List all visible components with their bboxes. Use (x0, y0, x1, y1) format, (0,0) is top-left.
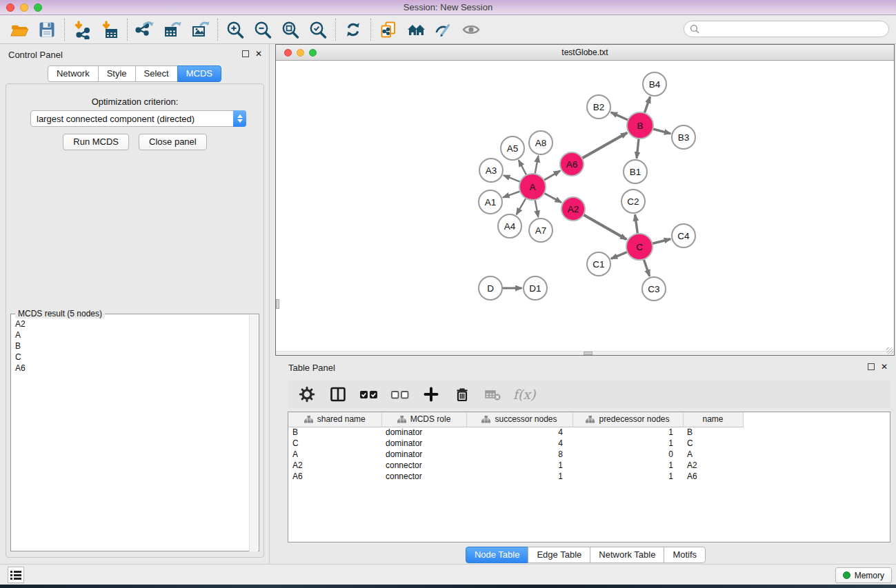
node-A6[interactable]: A6 (560, 152, 584, 176)
float-table-panel-icon[interactable] (868, 363, 875, 370)
table-cell[interactable]: 0 (573, 449, 683, 460)
memory-button[interactable]: Memory (835, 567, 892, 583)
table-tab-node-table[interactable]: Node Table (466, 547, 529, 563)
node-A8[interactable]: A8 (529, 131, 552, 154)
graphics-details-icon[interactable] (430, 17, 457, 42)
node-A1[interactable]: A1 (479, 190, 502, 214)
delete-row-icon[interactable] (452, 384, 472, 405)
zoom-network-button[interactable] (309, 49, 317, 57)
table-cell[interactable]: dominator (381, 438, 466, 449)
minimize-window-button[interactable] (20, 3, 28, 12)
table-cell[interactable]: connector (381, 471, 466, 482)
result-item[interactable]: A (12, 330, 250, 341)
zoom-window-button[interactable] (34, 3, 42, 12)
node-A2[interactable]: A2 (561, 197, 585, 221)
vertical-scroll-handle[interactable] (276, 299, 279, 309)
node-A7[interactable]: A7 (529, 219, 552, 242)
result-item[interactable]: A6 (12, 363, 250, 374)
tab-network[interactable]: Network (48, 65, 99, 82)
zoom-out-icon[interactable] (249, 17, 277, 42)
close-table-panel-icon[interactable]: ✕ (881, 363, 888, 370)
table-cell[interactable]: 4 (466, 438, 573, 449)
node-C2[interactable]: C2 (621, 190, 645, 213)
table-cell[interactable]: A (683, 449, 743, 460)
table-cell[interactable]: 1 (573, 471, 683, 482)
node-C3[interactable]: C3 (642, 277, 666, 301)
import-table-icon[interactable] (96, 17, 123, 42)
network-graph[interactable]: AA1A2A3A4A5A6A7A8BB1B2B3B4CC1C2C3C4DD1 (280, 61, 894, 347)
import-network-icon[interactable] (68, 17, 96, 42)
node-D[interactable]: D (479, 276, 502, 300)
node-A3[interactable]: A3 (479, 159, 503, 182)
result-item[interactable]: A2 (12, 318, 250, 330)
result-item[interactable]: C (12, 352, 250, 363)
table-cell[interactable]: A6 (683, 471, 743, 482)
column-header-name[interactable]: name (683, 412, 743, 427)
table-cell[interactable]: 8 (466, 449, 573, 460)
table-row[interactable]: Cdominator41C (288, 438, 890, 449)
table-cell[interactable]: 1 (466, 460, 573, 471)
result-list-scrollbar[interactable] (249, 315, 258, 551)
node-C[interactable]: C (626, 234, 653, 260)
minimize-network-button[interactable] (297, 49, 304, 57)
node-D1[interactable]: D1 (524, 276, 547, 300)
result-item[interactable]: B (12, 341, 250, 352)
table-cell[interactable]: A (288, 449, 381, 460)
add-row-icon[interactable] (421, 384, 441, 405)
horizontal-scrollbar[interactable] (276, 351, 894, 355)
node-B[interactable]: B (627, 112, 653, 139)
table-cell[interactable]: dominator (381, 449, 466, 460)
export-image-icon[interactable] (186, 17, 214, 42)
node-B3[interactable]: B3 (672, 125, 695, 149)
column-header-predecessor-nodes[interactable]: predecessor nodes (573, 412, 683, 427)
resize-grip[interactable] (886, 347, 893, 354)
node-B4[interactable]: B4 (643, 72, 666, 96)
table-cell[interactable]: 4 (466, 427, 573, 438)
refresh-icon[interactable] (339, 17, 367, 42)
table-cell[interactable]: B (288, 427, 381, 438)
network-window-titlebar[interactable]: testGlobe.txt (276, 45, 894, 61)
table-row[interactable]: Bdominator41B (288, 427, 890, 438)
table-tab-network-table[interactable]: Network Table (590, 547, 664, 563)
open-session-icon[interactable] (6, 17, 33, 42)
tab-mcds[interactable]: MCDS (177, 65, 221, 82)
node-A[interactable]: A (519, 174, 546, 200)
table-cell[interactable]: 1 (573, 427, 683, 438)
table-cell[interactable]: 1 (573, 460, 683, 471)
neighbors-icon[interactable] (402, 17, 430, 42)
export-network-icon[interactable] (131, 17, 159, 42)
table-cell[interactable]: dominator (381, 427, 466, 438)
table-row[interactable]: A2connector11A2 (288, 460, 890, 471)
search-input[interactable] (703, 24, 879, 34)
column-header-mcds-role[interactable]: MCDS role (381, 412, 466, 427)
save-session-icon[interactable] (33, 17, 61, 42)
tab-style[interactable]: Style (98, 65, 136, 82)
zoom-selected-icon[interactable] (304, 17, 332, 42)
export-table-icon[interactable] (159, 17, 186, 42)
network-canvas[interactable]: AA1A2A3A4A5A6A7A8BB1B2B3B4CC1C2C3C4DD1 (276, 61, 894, 351)
table-cell[interactable]: A2 (288, 460, 381, 471)
table-tab-edge-table[interactable]: Edge Table (528, 547, 590, 563)
clone-network-icon[interactable] (375, 17, 402, 42)
table-cell[interactable]: 1 (573, 438, 683, 449)
column-header-shared-name[interactable]: shared name (288, 412, 381, 427)
node-C1[interactable]: C1 (587, 252, 610, 276)
select-all-icon[interactable] (359, 384, 379, 405)
table-cell[interactable]: connector (381, 460, 466, 471)
node-B2[interactable]: B2 (587, 95, 610, 119)
table-cell[interactable]: 1 (466, 471, 573, 482)
settings-gear-icon[interactable] (297, 384, 317, 405)
node-A5[interactable]: A5 (501, 136, 524, 160)
close-network-button[interactable] (284, 49, 292, 57)
table-cell[interactable]: A6 (288, 471, 381, 482)
close-panel-icon[interactable]: ✕ (255, 50, 262, 57)
mcds-result-list[interactable]: A2ABCA6 (12, 318, 250, 546)
close-panel-button[interactable]: Close panel (139, 134, 207, 150)
criterion-dropdown[interactable]: largest connected component (directed) (30, 110, 246, 127)
table-row[interactable]: A6connector11A6 (288, 471, 890, 482)
table-row[interactable]: Adominator80A (288, 449, 890, 460)
bird-eye-icon[interactable] (457, 17, 485, 42)
close-window-button[interactable] (6, 3, 14, 12)
table-cell[interactable]: A2 (683, 460, 743, 471)
zoom-fit-icon[interactable] (277, 17, 304, 42)
